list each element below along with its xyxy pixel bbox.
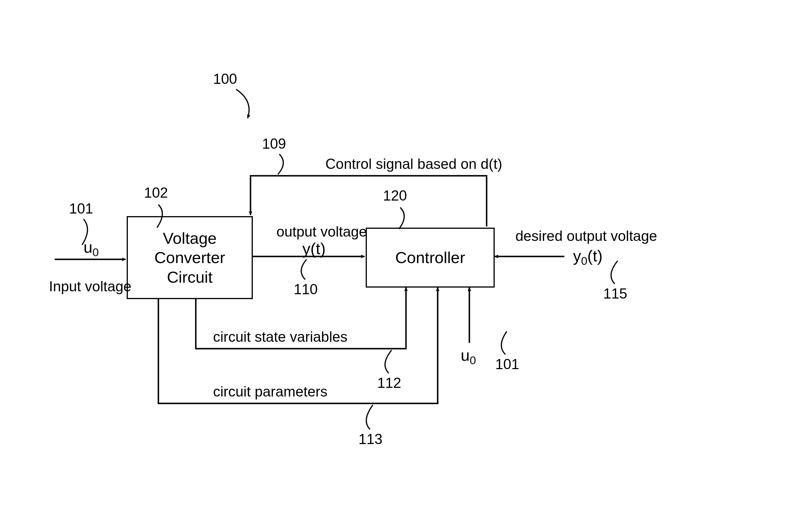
label-circuit-state: circuit state variables [213,328,347,345]
ref-115: 115 [603,285,627,302]
label-y0t: y0(t) [573,246,603,265]
leader-110 [301,259,307,279]
u0-bottom-sub: 0 [470,354,476,366]
y0t-post: (t) [587,247,603,265]
ref-110: 110 [294,281,318,297]
y0t-sub: 0 [581,255,587,267]
leader-109 [278,154,283,174]
ref-102: 102 [144,184,168,201]
label-control-signal: Control signal based on d(t) [325,156,502,172]
leader-101-bottom [501,331,507,355]
label-output-voltage: output voltage [277,223,367,240]
ref-101-bottom: 101 [495,356,519,373]
label-yt: y(t) [302,239,326,258]
ref-113: 113 [358,431,382,448]
leader-100 [236,89,249,118]
ref-120: 120 [383,187,407,204]
leader-113 [366,405,373,429]
u0-bottom-u: u [461,346,470,364]
u0-left-u: u [83,238,92,256]
leader-115 [611,261,618,284]
leader-102 [157,204,163,228]
ref-101-left: 101 [69,200,93,217]
y0t-y: y [573,247,581,265]
u0-left-sub: 0 [92,246,99,258]
label-input-voltage: Input voltage [49,278,131,295]
connectors [0,0,812,523]
diagram-canvas: Voltage Converter Circuit Controller [0,0,812,523]
leader-120 [399,208,404,229]
ref-109: 109 [262,136,286,152]
leader-112 [385,350,392,373]
label-desired-output: desired output voltage [515,228,657,245]
ref-112: 112 [377,375,401,391]
label-u0-bottom: u0 [461,346,476,364]
arrow-control-signal [250,176,487,227]
label-u0-left: u0 [83,238,99,256]
ref-100: 100 [213,71,237,87]
label-circuit-params: circuit parameters [213,383,327,400]
